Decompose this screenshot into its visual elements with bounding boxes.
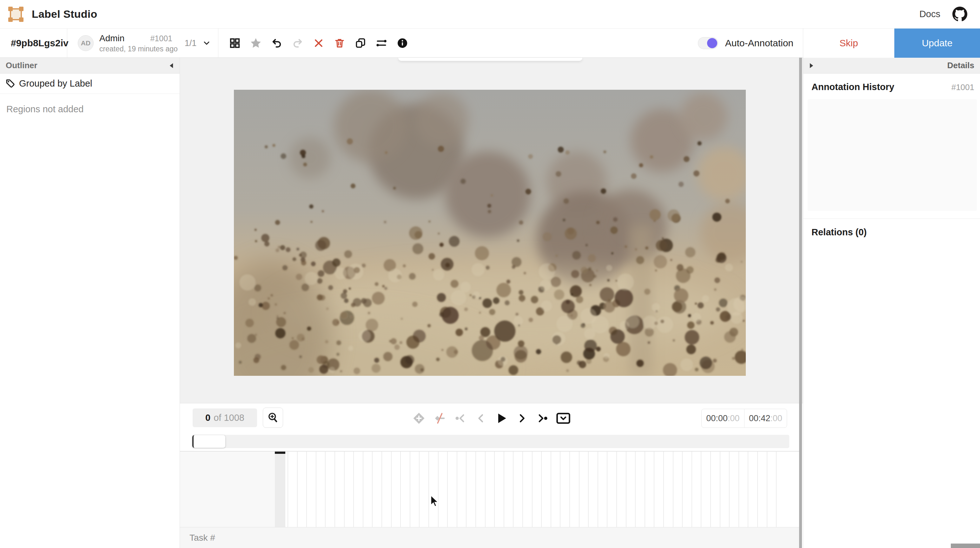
skip-button[interactable]: Skip <box>803 29 894 58</box>
avatar: AD <box>78 35 94 51</box>
prev-frame-button[interactable] <box>473 410 489 427</box>
floating-toolbar-edge <box>398 58 582 61</box>
annotation-history-id: #1001 <box>951 83 974 92</box>
add-keypoint-button[interactable] <box>410 410 427 427</box>
update-button[interactable]: Update <box>894 29 980 58</box>
keypoint-interpolation-icon <box>433 412 446 425</box>
app-title: Label Studio <box>32 8 97 20</box>
copy-icon <box>355 37 366 49</box>
task-footer-label: Task # <box>189 533 215 543</box>
ground-truth-button[interactable] <box>248 35 264 51</box>
app-header: Label Studio Docs <box>0 0 980 29</box>
collapse-panel-button[interactable] <box>169 63 174 68</box>
keypoint-add-icon <box>412 412 425 425</box>
timeline-labels-column <box>180 451 275 528</box>
chevron-down-icon <box>202 39 211 48</box>
video-controls: 0 of 1008 <box>180 403 803 433</box>
total-time-main: 00:42 <box>749 413 770 423</box>
prev-keypoint-icon <box>454 412 466 424</box>
annotation-created: created, 19 minutes ago <box>99 45 172 53</box>
auto-annotation-toggle[interactable] <box>698 37 718 49</box>
toggle-knob <box>707 38 717 48</box>
video-stage <box>180 58 803 403</box>
transfer-icon <box>375 37 388 49</box>
docs-link[interactable]: Docs <box>920 9 940 19</box>
redo-button[interactable] <box>290 35 306 51</box>
reset-button[interactable] <box>310 35 327 51</box>
annotator-name: Admin <box>99 33 124 43</box>
playback-controls <box>410 403 571 433</box>
current-frame-marker <box>275 451 285 454</box>
task-id: #9pb8Lgs2iv <box>0 29 67 58</box>
total-time: 00:42:00 <box>745 409 787 427</box>
group-by-selector[interactable]: Grouped by Label <box>0 73 180 94</box>
frame-counter-input[interactable]: 0 of 1008 <box>192 408 257 427</box>
prev-keypoint-button[interactable] <box>452 410 468 427</box>
grid-icon <box>229 37 240 49</box>
current-time-frames: :00 <box>728 413 740 423</box>
relations-title: Relations (0) <box>811 227 867 237</box>
current-frame: 0 <box>205 413 210 423</box>
auto-annotation-label: Auto-Annotation <box>725 38 793 49</box>
remove-keypoint-button[interactable] <box>431 410 448 427</box>
expand-panel-button[interactable] <box>809 63 814 68</box>
annotation-id: #1001 <box>150 34 172 43</box>
expand-right-icon <box>809 63 814 68</box>
seek-track[interactable] <box>192 435 789 448</box>
undo-icon <box>271 37 282 49</box>
total-time-frames: :00 <box>770 413 782 423</box>
redo-icon <box>292 37 303 49</box>
video-frame[interactable] <box>234 90 746 376</box>
horizontal-scrollbar[interactable] <box>951 543 980 548</box>
label-studio-logo-icon <box>8 6 24 22</box>
next-keypoint-button[interactable] <box>535 410 551 427</box>
annotation-pager[interactable]: 1/1 <box>178 29 218 58</box>
undo-button[interactable] <box>269 35 285 51</box>
annotation-history-list <box>808 99 977 211</box>
zoom-button[interactable] <box>263 408 283 428</box>
chevron-left-icon <box>476 413 486 424</box>
trash-icon <box>334 37 345 49</box>
close-icon <box>313 38 324 49</box>
next-frame-button[interactable] <box>514 410 530 427</box>
auto-annotation-control: Auto-Annotation <box>698 29 803 58</box>
current-time: 00:00:00 <box>702 409 745 427</box>
magnifier-plus-icon <box>267 412 278 423</box>
main-area: 0 of 1008 <box>180 58 803 548</box>
timeline-box-icon <box>556 412 571 425</box>
outliner-title: Outliner <box>6 60 37 70</box>
time-display: 00:00:00 00:42:00 <box>702 409 787 428</box>
star-icon <box>250 37 262 49</box>
regions-empty-message: Regions not added <box>0 94 180 125</box>
task-footer: Task # <box>180 527 799 548</box>
annotation-toolbar: #9pb8Lgs2iv AD Admin #1001 created, 19 m… <box>0 29 980 58</box>
github-icon[interactable] <box>952 7 967 22</box>
play-icon <box>495 411 508 425</box>
copy-button[interactable] <box>352 35 369 51</box>
info-button[interactable] <box>394 35 410 51</box>
collapse-left-icon <box>169 63 174 68</box>
seek-handle[interactable] <box>192 435 225 448</box>
timeline-collapse-button[interactable] <box>555 410 571 427</box>
frames-grid[interactable] <box>288 451 781 528</box>
info-icon <box>397 37 408 49</box>
next-keypoint-icon <box>537 412 549 424</box>
vertical-scrollbar[interactable] <box>799 58 802 548</box>
total-frames: of 1008 <box>213 413 244 423</box>
delete-button[interactable] <box>331 35 348 51</box>
settings-button[interactable] <box>373 35 390 51</box>
play-button[interactable] <box>493 410 510 427</box>
group-mode-label: Grouped by Label <box>19 78 92 89</box>
annotation-history-title: Annotation History <box>811 82 894 92</box>
view-all-button[interactable] <box>227 35 243 51</box>
timeline-frames[interactable] <box>180 451 799 527</box>
chevron-right-icon <box>517 413 527 424</box>
outliner-panel: Outliner Grouped by Label Regions not ad… <box>0 58 180 548</box>
tag-icon <box>5 79 15 89</box>
pager-label: 1/1 <box>185 38 197 48</box>
details-title: Details <box>947 60 974 70</box>
toolbar-icons <box>222 29 410 58</box>
details-panel: Details Annotation History #1001 Relatio… <box>803 58 980 548</box>
current-time-main: 00:00 <box>706 413 728 423</box>
current-frame-column <box>275 451 285 528</box>
